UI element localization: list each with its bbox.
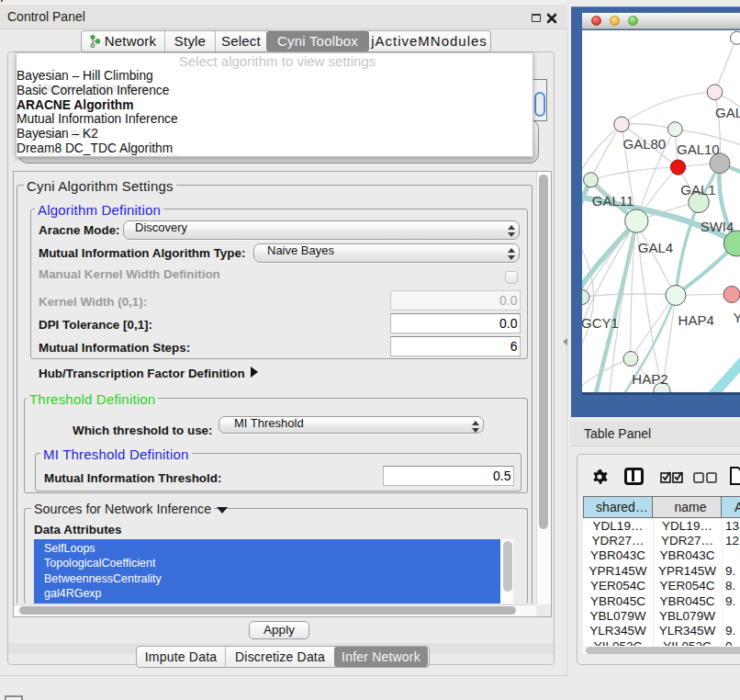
svg-text:HAP2: HAP2 [632, 371, 667, 387]
svg-text:GAL2: GAL2 [715, 105, 740, 120]
svg-text:GAL80: GAL80 [623, 136, 667, 152]
svg-text:HAP4: HAP4 [678, 312, 714, 328]
svg-text:GAL10: GAL10 [677, 141, 720, 157]
svg-text:SWI4: SWI4 [701, 219, 734, 234]
svg-text:GAL1: GAL1 [680, 182, 715, 198]
svg-text:YM: YM [734, 310, 740, 325]
svg-text:GAL4: GAL4 [638, 240, 673, 255]
svg-text:GCY1: GCY1 [582, 315, 619, 331]
svg-text:GAL11: GAL11 [592, 193, 634, 209]
